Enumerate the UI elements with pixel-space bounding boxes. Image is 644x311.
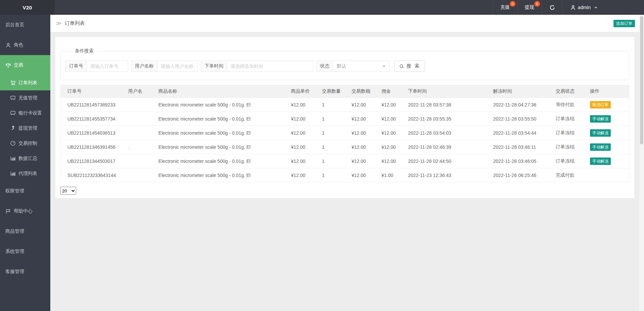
sidebar-item-13[interactable]: 系统管理 <box>0 241 50 262</box>
gavel-icon <box>10 125 16 131</box>
search-field-group-1: 用户名称 <box>131 60 198 72</box>
cell-order_no: UB2211281455357734 <box>61 112 122 126</box>
page-title: 订单列表 <box>65 20 85 27</box>
gauge-icon <box>10 140 16 146</box>
sidebar-item-12[interactable]: 商品管理 <box>0 221 50 241</box>
app-logo: V20 <box>0 0 55 15</box>
sidebar-item-label: 交易控制 <box>18 140 37 146</box>
search-icon <box>399 64 404 69</box>
sidebar-item-1[interactable]: 角色 <box>0 35 50 55</box>
manual-unfreeze-button[interactable]: 手动解冻 <box>590 143 611 151</box>
cell-order_time: 2022-11-28 03:55:35 <box>401 112 486 126</box>
cell-action: 手动解冻 <box>583 126 629 140</box>
cell-commission: ¥12.00 <box>375 126 401 140</box>
cart-icon <box>10 80 16 86</box>
cell-order_time: 2022-11-28 03:54:03 <box>401 126 486 140</box>
cell-order_time: 2022-11-28 02:46:39 <box>401 140 486 154</box>
cell-commission: ¥1.00 <box>375 168 401 182</box>
page-size-select[interactable]: 20 <box>60 187 76 195</box>
sidebar: 后台首页角色交易订单列表充值管理银行卡设置提现管理交易控制数据汇总代理列表权限管… <box>0 15 50 311</box>
sidebar-item-label: 客服管理 <box>5 269 24 275</box>
search-input-1[interactable] <box>157 60 198 72</box>
cell-commission: ¥12.00 <box>375 112 401 126</box>
cell-amount: ¥12.00 <box>345 140 375 154</box>
column-header-0: 订单号 <box>61 85 122 98</box>
sidebar-item-0[interactable]: 后台首页 <box>0 15 50 35</box>
cell-qty: 1 <box>315 140 345 154</box>
cell-product: Electronic micrometer scale 500g - 0.01g… <box>152 98 284 112</box>
manual-unfreeze-button[interactable]: 手动解冻 <box>590 115 611 123</box>
sidebar-item-8[interactable]: 数据汇总 <box>0 151 50 166</box>
cell-status: 等待付款 <box>549 98 583 112</box>
main-content: ≫ 订单列表 添加订单 条件搜索 订单号用户名称下单时间状态默认搜 索 订单号用… <box>50 15 639 311</box>
user-menu[interactable]: admin <box>562 0 605 15</box>
cell-order_no: UB2211281457389233 <box>61 98 122 112</box>
cell-product: Electronic micrometer scale 500g - 0.01g… <box>152 140 284 154</box>
breadcrumb-chevrons-icon: ≫ <box>56 20 62 26</box>
sidebar-item-label: 交易 <box>14 62 23 68</box>
refresh-button[interactable] <box>542 0 562 15</box>
search-field-group-3: 状态默认 <box>316 60 390 72</box>
manual-unfreeze-button[interactable]: 手动解冻 <box>590 129 611 137</box>
sidebar-item-10[interactable]: 权限管理 <box>0 181 50 201</box>
sidebar-item-11[interactable]: 帮助中心 <box>0 201 50 221</box>
scrollbar-thumb[interactable] <box>640 16 643 144</box>
cell-product: Electronic micrometer scale 500g - 0.01g… <box>152 126 284 140</box>
column-header-1: 用户名 <box>121 85 152 98</box>
sidebar-item-label: 帮助中心 <box>14 208 33 214</box>
cell-unfreeze_time: 2022-11-28 03:46:11 <box>486 140 549 154</box>
cell-order_time: 2022-11-28 03:57:38 <box>401 98 486 112</box>
search-input-0[interactable] <box>87 60 128 72</box>
sidebar-item-label: 后台首页 <box>5 22 24 28</box>
cell-status: 订单冻结 <box>549 154 583 168</box>
cell-unfreeze_time: 2022-11-26 06:25:46 <box>486 168 549 182</box>
sidebar-item-4[interactable]: 充值管理 <box>0 90 50 105</box>
cancel-order-button[interactable]: 取消订单 <box>590 101 611 108</box>
topbar-action-1[interactable]: 提现0 <box>517 0 542 15</box>
search-button-label: 搜 索 <box>407 63 420 69</box>
cell-amount: ¥12.00 <box>345 98 375 112</box>
breadcrumb-bar: ≫ 订单列表 添加订单 <box>50 15 639 32</box>
cell-username <box>121 98 152 112</box>
chart-icon <box>10 156 16 161</box>
cell-username <box>121 112 152 126</box>
cell-qty: 1 <box>315 126 345 140</box>
cell-username <box>121 126 152 140</box>
column-header-6: 佣金 <box>375 85 401 98</box>
vertical-scrollbar[interactable] <box>639 15 644 311</box>
chat-icon <box>10 110 16 116</box>
status-select-value: 默认 <box>337 63 346 69</box>
cell-action <box>583 168 629 182</box>
sidebar-item-6[interactable]: 提现管理 <box>0 121 50 136</box>
cell-unfreeze_time: 2022-11-28 03:46:05 <box>486 154 549 168</box>
cell-order_no: UB2211281344503017 <box>61 154 122 168</box>
add-order-button[interactable]: 添加订单 <box>613 20 635 27</box>
cell-price: ¥12.00 <box>284 140 315 154</box>
cell-price: ¥12.00 <box>284 98 315 112</box>
search-button[interactable]: 搜 索 <box>394 60 425 72</box>
table-row-1: UB2211281455357734Electronic micrometer … <box>61 112 629 126</box>
topbar-action-0[interactable]: 充值0 <box>493 0 517 15</box>
column-header-7: 下单时间 <box>401 85 486 98</box>
column-header-10: 操作 <box>583 85 629 98</box>
status-select[interactable]: 默认 <box>333 60 390 72</box>
sidebar-item-2[interactable]: 交易 <box>0 55 50 75</box>
sidebar-item-3[interactable]: 订单列表 <box>0 75 50 90</box>
sidebar-item-5[interactable]: 银行卡设置 <box>0 105 50 121</box>
sidebar-item-14[interactable]: 客服管理 <box>0 262 50 282</box>
sidebar-item-label: 充值管理 <box>18 95 37 101</box>
sidebar-item-9[interactable]: 代理列表 <box>0 166 50 181</box>
cell-order_no: UB2211281454036513 <box>61 126 122 140</box>
search-form-row: 订单号用户名称下单时间状态默认搜 索 <box>65 60 624 72</box>
search-field-label: 状态 <box>316 60 333 72</box>
notification-badge: 0 <box>534 1 540 7</box>
manual-unfreeze-button[interactable]: 手动解冻 <box>590 158 611 165</box>
sidebar-item-7[interactable]: 交易控制 <box>0 136 50 151</box>
flag-icon <box>5 209 11 214</box>
search-input-2[interactable] <box>227 60 313 72</box>
cell-username: . <box>121 140 152 154</box>
search-legend: 条件搜索 <box>71 48 97 54</box>
cell-amount: ¥12.00 <box>345 112 375 126</box>
cell-price: ¥12.00 <box>284 112 315 126</box>
user-name: admin <box>578 5 591 10</box>
